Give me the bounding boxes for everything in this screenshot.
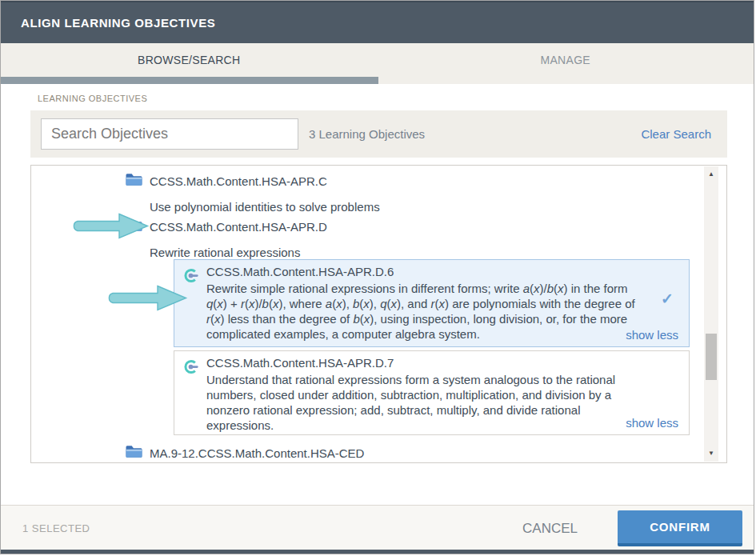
callout-arrow-icon <box>70 213 150 239</box>
scrollbar-thumb[interactable] <box>706 334 717 380</box>
tab-bar: BROWSE/SEARCH MANAGE <box>1 43 754 77</box>
objective-description: Rewrite simple rational expressions in d… <box>206 281 649 342</box>
tree-node-description: Use polynomial identities to solve probl… <box>150 200 380 214</box>
modal-header: ALIGN LEARNING OBJECTIVES <box>1 1 754 43</box>
tree-node-description: Rewrite rational expressions <box>150 246 300 259</box>
folder-icon <box>125 172 143 187</box>
show-less-link[interactable]: show less <box>626 328 678 342</box>
tab-indicator-track <box>1 77 754 84</box>
modal-bottom-edge <box>1 550 754 554</box>
objective-card-hsa-apr-d6[interactable]: CCSS.Math.Content.HSA-APR.D.6 Rewrite si… <box>174 259 690 347</box>
tab-manage[interactable]: MANAGE <box>378 43 754 77</box>
objective-description: Understand that rational expressions for… <box>206 372 649 433</box>
selected-check-icon: ✓ <box>661 290 674 308</box>
modal-footer: 1 SELECTED CANCEL CONFIRM <box>1 505 754 551</box>
search-objectives-input[interactable] <box>41 118 298 150</box>
scroll-down-icon[interactable]: ▼ <box>704 447 718 460</box>
tree-node-hsa-ced[interactable]: MA.9-12.CCSS.Math.Content.HSA-CED <box>150 446 364 460</box>
objective-card-hsa-apr-d7[interactable]: CCSS.Math.Content.HSA-APR.D.7 Understand… <box>174 350 690 435</box>
modal-title: ALIGN LEARNING OBJECTIVES <box>21 2 215 43</box>
cancel-button[interactable]: CANCEL <box>522 506 578 552</box>
objective-target-icon <box>182 358 199 375</box>
objectives-list: CCSS.Math.Content.HSA-APR.C Use polynomi… <box>30 165 727 463</box>
search-panel: 3 Learning Objectives Clear Search <box>30 110 727 158</box>
active-tab-indicator <box>1 77 378 84</box>
tree-node-hsa-apr-d[interactable]: CCSS.Math.Content.HSA-APR.D <box>150 220 327 234</box>
tab-browse-search[interactable]: BROWSE/SEARCH <box>1 43 378 77</box>
selected-count: 1 SELECTED <box>22 506 90 552</box>
folder-icon <box>125 444 143 459</box>
tree-node-hsa-apr-c[interactable]: CCSS.Math.Content.HSA-APR.C <box>150 174 327 188</box>
clear-search-link[interactable]: Clear Search <box>641 110 711 158</box>
objective-target-icon <box>182 267 199 284</box>
scroll-up-icon[interactable]: ▲ <box>704 168 718 181</box>
callout-arrow-icon <box>105 285 188 311</box>
section-label: LEARNING OBJECTIVES <box>38 94 147 103</box>
align-objectives-modal: ALIGN LEARNING OBJECTIVES BROWSE/SEARCH … <box>0 0 754 554</box>
objective-title[interactable]: CCSS.Math.Content.HSA-APR.D.7 <box>206 356 679 370</box>
objective-title[interactable]: CCSS.Math.Content.HSA-APR.D.6 <box>206 265 679 278</box>
list-scrollbar[interactable]: ▲ ▼ <box>704 166 718 462</box>
confirm-button[interactable]: CONFIRM <box>618 510 742 546</box>
show-less-link[interactable]: show less <box>626 416 678 430</box>
objective-count: 3 Learning Objectives <box>309 110 425 158</box>
